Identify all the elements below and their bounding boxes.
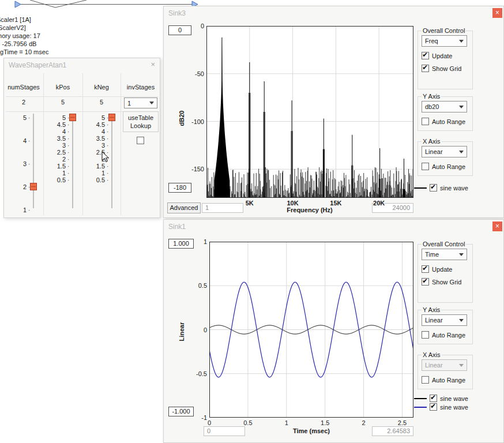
x-auto-range-checkbox[interactable]: [422, 376, 429, 384]
column-header-invstages: invStages: [121, 84, 161, 91]
window-title: Sink3: [168, 9, 186, 17]
module-text-line: ngTime = 10 msec: [0, 48, 48, 56]
checkbox-label: Update: [432, 266, 452, 273]
module-text-line: = -25.7956 dB: [0, 40, 48, 48]
y-tick-label: -50: [181, 70, 204, 77]
slider-tick: 1.5: [82, 163, 110, 170]
window-title: Sink1: [168, 223, 186, 231]
sink1-titlebar[interactable]: Sink1 ×: [164, 220, 503, 234]
close-icon[interactable]: ×: [492, 8, 502, 18]
checkbox-label: Show Grid: [432, 65, 461, 72]
window-title: WaveShaperAtan1: [9, 61, 66, 69]
spectrum-plot: [206, 26, 413, 198]
slider-tick: 2.5: [43, 149, 70, 156]
kpos-slider: 54.543.532.521.510.5: [43, 104, 82, 220]
column-header-numstages: numStages: [4, 84, 43, 91]
x-tick-label: 2.5: [390, 419, 413, 426]
y-tick-label: -100: [181, 118, 204, 125]
slider-handle[interactable]: [30, 183, 37, 190]
slider-handle[interactable]: [108, 114, 115, 121]
y-axis-select[interactable]: db20: [422, 101, 467, 112]
show-grid-checkbox[interactable]: [422, 278, 429, 286]
legend-checkbox[interactable]: [430, 184, 437, 192]
connector-arrow-icon: [15, 1, 21, 7]
slider-scale: 54.543.532.521.510.5: [43, 114, 70, 183]
x-min-field[interactable]: 0: [204, 426, 245, 436]
column-header-kneg: kNeg: [82, 84, 121, 91]
usetable-checkbox[interactable]: [137, 137, 144, 144]
advanced-button[interactable]: Advanced: [167, 202, 201, 213]
checkbox-label: Show Grid: [432, 279, 461, 286]
background-module-text: Scaler1 [1A] [ScalerV2] mory usage: 17 =…: [0, 16, 48, 56]
auto-range-row: Auto Range: [422, 163, 469, 170]
slider-track[interactable]: [33, 114, 34, 208]
update-row: Update: [422, 52, 469, 59]
x-tick-label: 20K: [367, 200, 390, 207]
legend-label: sine wave: [440, 185, 468, 192]
x-tick-label: 0: [198, 419, 221, 426]
show-grid-row: Show Grid: [422, 278, 469, 286]
x-axis-select[interactable]: Linear: [422, 359, 467, 371]
x-max-field[interactable]: 2.64583: [372, 426, 413, 436]
slider-handle[interactable]: [69, 114, 76, 121]
slider-tick: 4: [82, 128, 110, 135]
column-header-kpos: kPos: [43, 84, 82, 91]
slider-tick: 4: [4, 129, 31, 152]
slider-track[interactable]: [72, 114, 73, 208]
overall-control-select[interactable]: Time: [422, 249, 467, 260]
slider-tick: 3: [43, 142, 70, 149]
module-text-line: [ScalerV2]: [0, 24, 48, 32]
numstages-slider: 54321: [4, 104, 43, 220]
chevron-down-icon: [459, 364, 464, 367]
x-min-field[interactable]: 1: [202, 203, 243, 213]
combo-value: Freq: [425, 37, 438, 44]
group-label: X Axis: [422, 138, 442, 145]
waveshaper-titlebar[interactable]: WaveShaperAtan1 ×: [4, 58, 160, 72]
overall-control-select[interactable]: Freq: [422, 35, 467, 47]
combo-value: db20: [425, 103, 439, 110]
slider-tick: 2.5: [82, 149, 110, 156]
combo-value: Linear: [425, 362, 443, 369]
group-label: X Axis: [422, 351, 442, 358]
x-axis-title: Time (msec): [265, 427, 358, 434]
slider-tick: 1.5: [43, 163, 70, 170]
slider-tick: 5: [4, 106, 31, 129]
legend-checkbox[interactable]: [430, 395, 437, 402]
y-auto-range-checkbox[interactable]: [422, 331, 429, 339]
invstages-select[interactable]: 1: [124, 97, 157, 108]
usetable-label-line1: useTable: [123, 114, 158, 122]
slider-track[interactable]: [111, 114, 112, 208]
y-auto-range-checkbox[interactable]: [422, 118, 429, 125]
show-grid-checkbox[interactable]: [422, 65, 429, 72]
chevron-down-icon: [459, 151, 464, 153]
checkbox-label: Auto Range: [432, 163, 465, 170]
slider-tick: 3: [82, 142, 110, 149]
close-icon[interactable]: ×: [492, 222, 502, 231]
checkbox-label: Auto Range: [432, 377, 465, 384]
y-min-field[interactable]: -180: [168, 183, 191, 193]
y-tick-label: 0: [181, 22, 204, 29]
y-tick-label: 1: [184, 238, 207, 245]
close-icon[interactable]: ×: [151, 60, 155, 69]
x-axis-select[interactable]: Linear: [422, 146, 467, 157]
y-axis-select[interactable]: Linear: [422, 314, 467, 326]
y-axis-group: Y Axis db20 Auto Range: [418, 93, 473, 131]
y-axis-group: Y Axis Linear Auto Range: [418, 306, 473, 344]
update-checkbox[interactable]: [422, 265, 429, 273]
waveshaper-window: WaveShaperAtan1 × numStages kPos kNeg in…: [3, 58, 160, 218]
overall-control-group: Overall Control Freq Update Show Grid: [418, 27, 473, 89]
chevron-down-icon: [459, 40, 464, 43]
sink3-titlebar[interactable]: Sink3 ×: [164, 6, 503, 20]
update-checkbox[interactable]: [422, 52, 429, 59]
update-row: Update: [422, 265, 469, 273]
slider-tick: 5: [82, 114, 110, 121]
x-tick-label: 10K: [281, 200, 304, 207]
slider-tick: 1: [4, 198, 31, 222]
slider-scale: 54.543.532.521.510.5: [82, 114, 110, 183]
x-auto-range-checkbox[interactable]: [422, 163, 429, 170]
slider-tick: 2: [4, 175, 31, 198]
group-label: Overall Control: [422, 241, 466, 247]
chevron-down-icon: [459, 253, 464, 256]
legend-checkbox[interactable]: [430, 403, 437, 411]
legend-line-swatch: [414, 187, 427, 189]
